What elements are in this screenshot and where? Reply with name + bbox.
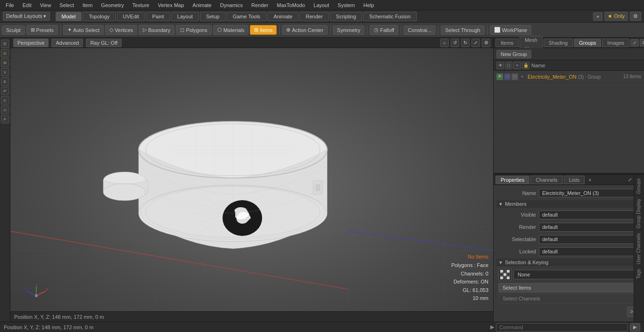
- left-tool-3[interactable]: M: [1, 58, 9, 67]
- col-icon-lock[interactable]: 🔒: [522, 62, 529, 69]
- workplane-button[interactable]: ⬜ WorkPlane: [490, 25, 532, 35]
- render-dropdown[interactable]: default ▾: [539, 223, 641, 232]
- sculpt-button[interactable]: Sculpt: [2, 25, 25, 35]
- tab-add[interactable]: +: [586, 176, 594, 184]
- new-group-button[interactable]: New Group: [496, 50, 531, 58]
- menu-render[interactable]: Render: [248, 1, 272, 9]
- layout-tab-render[interactable]: Render: [299, 12, 329, 21]
- command-input[interactable]: [496, 323, 628, 332]
- menu-help[interactable]: Help: [360, 1, 378, 9]
- layout-tab-animate[interactable]: Animate: [267, 12, 298, 21]
- menu-file[interactable]: File: [2, 1, 18, 9]
- left-tool-9[interactable]: F: [1, 115, 9, 123]
- menu-maxtomodo[interactable]: MaxToModo: [273, 1, 309, 9]
- symmetry-button[interactable]: Symmetry: [333, 25, 365, 35]
- menu-view[interactable]: View: [36, 1, 55, 9]
- viewport-tab-advanced[interactable]: Advanced: [51, 39, 83, 47]
- tab-groups[interactable]: Groups: [574, 39, 601, 47]
- selectable-dropdown[interactable]: default ▾: [539, 235, 641, 244]
- layout-tab-topology[interactable]: Topology: [83, 12, 116, 21]
- viewport-undo-button[interactable]: ↺: [451, 39, 459, 47]
- layout-add-button[interactable]: +: [593, 12, 603, 21]
- select-channels-button[interactable]: Select Channels: [498, 294, 639, 303]
- visible-dropdown[interactable]: default ▾: [539, 211, 641, 219]
- falloff-button[interactable]: ◷ Falloff: [370, 25, 398, 35]
- action-center-button[interactable]: ⊕ Action Center: [282, 25, 328, 35]
- layout-dropdown[interactable]: Default Layouts ▾: [3, 12, 50, 21]
- menu-layout[interactable]: Layout: [310, 1, 333, 9]
- menu-edit[interactable]: Edit: [19, 1, 35, 9]
- name-label: Name: [496, 190, 539, 196]
- viewport-home-button[interactable]: ⌂: [440, 39, 449, 47]
- select-items-button[interactable]: Select Items: [498, 283, 639, 292]
- materials-button[interactable]: ⬡ Materials: [213, 25, 249, 35]
- col-icon-eye[interactable]: 👁: [496, 62, 504, 69]
- menu-vertex-map[interactable]: Vertex Map: [154, 1, 188, 9]
- vtab-group-display[interactable]: Group Display: [635, 197, 643, 230]
- col-icon-plus[interactable]: +: [513, 62, 521, 69]
- properties-expand-button[interactable]: ⤢: [626, 176, 634, 184]
- left-tool-1[interactable]: D: [1, 40, 9, 48]
- menu-item[interactable]: Item: [79, 1, 96, 9]
- members-arrow[interactable]: ▼: [498, 202, 503, 207]
- settings-button[interactable]: ⚙: [630, 12, 641, 21]
- selection-keying-arrow[interactable]: ▼: [498, 260, 503, 265]
- tab-shading[interactable]: Shading: [544, 39, 573, 47]
- render-icon[interactable]: ⬡: [504, 73, 511, 80]
- viewport-3d[interactable]: No Items Polygons : Face Channels: 0 Def…: [10, 48, 493, 322]
- menu-geometry[interactable]: Geometry: [97, 1, 127, 9]
- left-tool-6[interactable]: P: [1, 87, 9, 95]
- select-through-button[interactable]: Select Through: [441, 25, 484, 35]
- tab-images[interactable]: Images: [602, 39, 629, 47]
- lock-icon[interactable]: □: [512, 73, 518, 80]
- layout-tab-paint[interactable]: Paint: [146, 12, 170, 21]
- viewport-tab-perspective[interactable]: Perspective: [13, 39, 49, 47]
- tab-ctrl-settings[interactable]: ⚙: [640, 39, 644, 47]
- layout-tab-gametools[interactable]: Game Tools: [227, 12, 267, 21]
- layout-tab-setup[interactable]: Setup: [200, 12, 226, 21]
- layout-tab-uvedit[interactable]: UVEdit: [117, 12, 145, 21]
- menu-system[interactable]: System: [334, 1, 359, 9]
- tab-items[interactable]: Items: [495, 39, 519, 47]
- menu-select[interactable]: Select: [56, 1, 78, 9]
- auto-select-button[interactable]: ✦ Auto Select: [63, 25, 104, 35]
- layout-tab-layout[interactable]: Layout: [171, 12, 199, 21]
- items-button[interactable]: ⊞ Items: [250, 25, 277, 35]
- menu-texture[interactable]: Texture: [129, 1, 153, 9]
- vtab-groups[interactable]: Groups: [635, 177, 643, 196]
- left-tool-7[interactable]: C: [1, 96, 9, 105]
- group-item[interactable]: 👁 ⬡ □ + Electricity_Meter_ON (3) : Group…: [494, 71, 644, 83]
- vtab-tags[interactable]: Tags: [635, 267, 643, 281]
- tab-channels[interactable]: Channels: [530, 176, 562, 184]
- constrain-button[interactable]: Constrai...: [404, 25, 436, 35]
- left-tool-5[interactable]: E: [1, 77, 9, 86]
- tab-lists[interactable]: Lists: [564, 176, 585, 184]
- tab-mesh[interactable]: Mesh ...: [520, 36, 543, 50]
- left-tool-2[interactable]: D: [1, 49, 9, 57]
- name-input[interactable]: [539, 189, 641, 197]
- visibility-icon[interactable]: 👁: [496, 73, 503, 80]
- layout-tab-scripting[interactable]: Scripting: [330, 12, 363, 21]
- tab-properties[interactable]: Properties: [495, 176, 529, 184]
- vtab-user-channels[interactable]: User Channels: [635, 231, 643, 266]
- expand-icon[interactable]: +: [519, 73, 526, 80]
- viewport-ray-gl[interactable]: Ray GL: Off: [86, 39, 122, 47]
- command-run-button[interactable]: ▶: [630, 323, 640, 332]
- tab-ctrl-expand[interactable]: ⤢: [630, 39, 639, 47]
- col-icon-render[interactable]: ⬡: [505, 62, 512, 69]
- menu-animate[interactable]: Animate: [189, 1, 215, 9]
- presets-button[interactable]: ⊞ Presets: [26, 25, 58, 35]
- viewport-settings-button[interactable]: ⚙: [482, 39, 490, 47]
- viewport[interactable]: Perspective Advanced Ray GL: Off ⌂ ↺ ↻ ⤢…: [10, 38, 493, 322]
- left-tool-8[interactable]: U: [1, 105, 9, 114]
- viewport-expand-button[interactable]: ⤢: [471, 39, 480, 47]
- boundary-button[interactable]: ▷ Boundary: [139, 25, 174, 35]
- menu-dynamics[interactable]: Dynamics: [216, 1, 247, 9]
- layout-tab-schematicfusion[interactable]: Schematic Fusion: [363, 12, 416, 21]
- viewport-redo-button[interactable]: ↻: [461, 39, 470, 47]
- layout-tab-model[interactable]: Model: [56, 12, 82, 21]
- vertices-button[interactable]: ◇ Vertices: [105, 25, 137, 35]
- polygons-button[interactable]: ◻ Polygons: [176, 25, 211, 35]
- locked-dropdown[interactable]: default ▾: [539, 247, 641, 256]
- left-tool-4[interactable]: V: [1, 68, 9, 76]
